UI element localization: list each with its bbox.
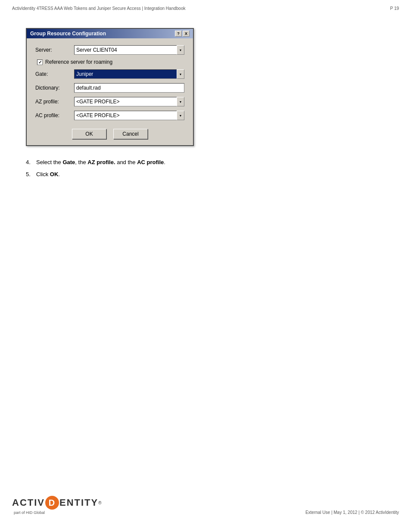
gate-select[interactable]: Juniper — [74, 69, 184, 79]
page-footer: ACTIV D ENTITY ® part of HID Global Exte… — [0, 496, 411, 515]
logo-text: ACTIV D ENTITY ® — [12, 496, 103, 510]
dialog-wrapper: Group Resource Configuration ? X Server:… — [26, 28, 194, 146]
logo-part2: ENTITY — [59, 497, 98, 508]
footer-right-text: External Use | May 1, 2012 | © 2012 Acti… — [305, 510, 399, 515]
ac-profile-select-wrapper: <GATE PROFILE> — [74, 111, 184, 120]
main-content: Group Resource Configuration ? X Server:… — [0, 15, 411, 195]
close-button[interactable]: X — [183, 31, 190, 37]
gate-select-wrapper: Juniper — [74, 69, 184, 79]
az-profile-row: AZ profile: <GATE PROFILE> — [35, 97, 184, 106]
az-profile-select-wrapper: <GATE PROFILE> — [74, 97, 184, 106]
document-title: ActivIdentity 4TRESS AAA Web Tokens and … — [12, 6, 185, 11]
instruction-step-5: 5. Click OK. — [26, 170, 385, 179]
footer-logo: ACTIV D ENTITY ® part of HID Global — [12, 496, 103, 515]
checkbox-row: Reference server for roaming — [35, 59, 184, 65]
dialog-controls: ? X — [175, 31, 190, 37]
step-5-text: Click OK. — [36, 170, 385, 179]
dialog-title: Group Resource Configuration — [30, 31, 106, 37]
ac-profile-row: AC profile: <GATE PROFILE> — [35, 111, 184, 120]
page-number: P 19 — [390, 6, 399, 11]
help-button[interactable]: ? — [175, 31, 182, 37]
page-header: ActivIdentity 4TRESS AAA Web Tokens and … — [0, 0, 411, 15]
server-row: Server: Server CLIENT04 — [35, 45, 184, 55]
step-4-number: 4. — [26, 158, 36, 167]
ac-profile-label: AC profile: — [35, 112, 74, 118]
group-resource-config-dialog: Group Resource Configuration ? X Server:… — [26, 28, 194, 146]
instructions-list: 4. Select the Gate, the AZ profile. and … — [26, 158, 385, 178]
logo-d: D — [45, 496, 59, 510]
server-select-wrapper: Server CLIENT04 — [74, 45, 184, 55]
gate-label: Gate: — [35, 71, 74, 77]
server-label: Server: — [35, 47, 74, 53]
az-profile-label: AZ profile: — [35, 99, 74, 105]
dictionary-label: Dictionary: — [35, 85, 74, 91]
az-profile-select[interactable]: <GATE PROFILE> — [74, 97, 184, 106]
dialog-body: Server: Server CLIENT04 Reference server… — [27, 38, 193, 145]
logo-subtitle: part of HID Global — [12, 510, 103, 515]
instruction-step-4: 4. Select the Gate, the AZ profile. and … — [26, 158, 385, 167]
step-5-number: 5. — [26, 170, 36, 179]
logo-part1: ACTIV — [12, 497, 45, 508]
reference-server-checkbox[interactable] — [37, 59, 43, 65]
ac-profile-select[interactable]: <GATE PROFILE> — [74, 111, 184, 120]
gate-row: Gate: Juniper — [35, 69, 184, 79]
step-4-text: Select the Gate, the AZ profile. and the… — [36, 158, 385, 167]
dialog-titlebar: Group Resource Configuration ? X — [27, 29, 193, 38]
dictionary-row: Dictionary: default.rad — [35, 83, 184, 93]
logo-trademark: ® — [98, 501, 102, 505]
reference-server-label: Reference server for roaming — [45, 59, 112, 65]
cancel-button[interactable]: Cancel — [113, 129, 148, 139]
dictionary-input[interactable]: default.rad — [74, 83, 184, 93]
button-row: OK Cancel — [35, 126, 184, 139]
ok-button[interactable]: OK — [72, 129, 106, 139]
server-select[interactable]: Server CLIENT04 — [74, 45, 184, 55]
